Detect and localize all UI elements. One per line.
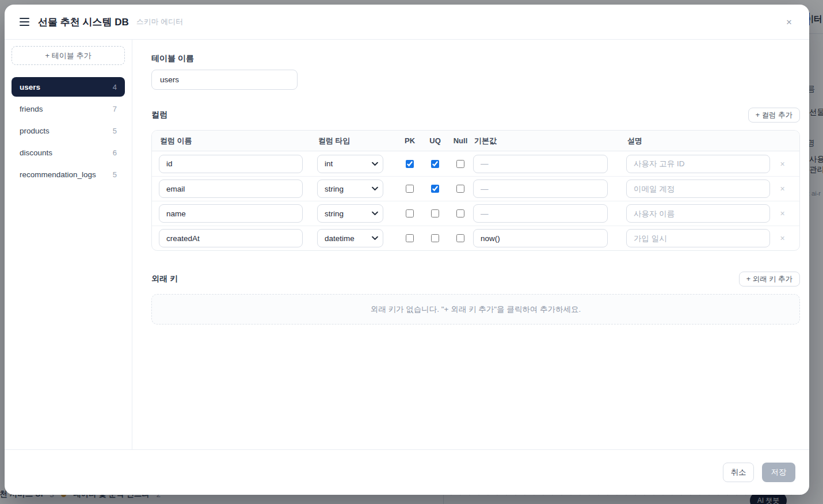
table-list: users 4 friends 7 products 5 discounts 6… xyxy=(12,77,125,184)
sidebar-table-item[interactable]: users 4 xyxy=(12,77,125,97)
remove-column-icon[interactable]: × xyxy=(780,184,784,193)
columns-section-header: 컬럼 + 컬럼 추가 xyxy=(151,108,800,123)
header-default: 기본값 xyxy=(473,136,608,146)
uq-checkbox[interactable] xyxy=(431,185,439,193)
table-column-count: 4 xyxy=(113,83,117,91)
table-sidebar: + 테이블 추가 users 4 friends 7 products 5 di… xyxy=(5,40,132,449)
column-name-input[interactable] xyxy=(159,180,303,198)
remove-column-icon[interactable]: × xyxy=(780,209,784,218)
table-name-label: 테이블 이름 xyxy=(151,54,800,64)
description-input[interactable] xyxy=(626,180,770,198)
header-column-name: 컬럼 이름 xyxy=(159,136,303,146)
uq-checkbox[interactable] xyxy=(431,209,439,217)
column-type-select[interactable]: int xyxy=(317,155,383,173)
foreign-keys-empty-state: 외래 키가 없습니다. "+ 외래 키 추가"을 클릭하여 추가하세요. xyxy=(151,294,800,324)
column-type-select-wrap: datetime xyxy=(317,229,383,247)
column-row: string × xyxy=(152,201,799,226)
foreign-keys-section: 외래 키 + 외래 키 추가 외래 키가 없습니다. "+ 외래 키 추가"을 … xyxy=(151,272,800,324)
default-value-input[interactable] xyxy=(473,229,608,247)
columns-table-header: 컬럼 이름 컬럼 타입 PK UQ Null 기본값 설명 xyxy=(152,131,799,151)
sidebar-table-item[interactable]: friends 7 xyxy=(12,99,125,119)
pk-checkbox[interactable] xyxy=(406,234,414,242)
editor-content: 테이블 이름 컬럼 + 컬럼 추가 컬럼 이름 컬럼 타입 PK UQ Null… xyxy=(132,40,809,449)
table-name: discounts xyxy=(20,148,52,157)
modal-title: 선물 추천 시스템 DB xyxy=(38,16,129,29)
column-name-input[interactable] xyxy=(159,229,303,247)
header-uq: UQ xyxy=(422,136,448,145)
save-button[interactable]: 저장 xyxy=(762,463,795,482)
default-value-input[interactable] xyxy=(473,155,608,173)
table-column-count: 5 xyxy=(113,170,117,179)
default-value-input[interactable] xyxy=(473,180,608,198)
foreign-keys-heading: 외래 키 xyxy=(151,274,178,284)
table-name: recommendation_logs xyxy=(20,170,96,179)
add-column-button[interactable]: + 컬럼 추가 xyxy=(748,108,800,123)
uq-checkbox[interactable] xyxy=(431,234,439,242)
foreign-keys-header: 외래 키 + 외래 키 추가 xyxy=(151,272,800,287)
null-checkbox[interactable] xyxy=(456,209,464,217)
cancel-button[interactable]: 취소 xyxy=(723,463,754,482)
default-value-input[interactable] xyxy=(473,204,608,223)
null-checkbox[interactable] xyxy=(456,160,464,168)
header-null: Null xyxy=(448,136,473,145)
header-description: 설명 xyxy=(626,136,770,146)
description-input[interactable] xyxy=(626,204,770,223)
table-name: users xyxy=(20,83,40,91)
columns-table: 컬럼 이름 컬럼 타입 PK UQ Null 기본값 설명 int xyxy=(151,130,800,251)
sidebar-table-item[interactable]: products 5 xyxy=(12,121,125,140)
sidebar-table-item[interactable]: discounts 6 xyxy=(12,143,125,162)
table-column-count: 5 xyxy=(113,127,117,135)
uq-checkbox[interactable] xyxy=(431,160,439,168)
pk-checkbox[interactable] xyxy=(406,185,414,193)
pk-checkbox[interactable] xyxy=(406,209,414,217)
column-name-input[interactable] xyxy=(159,204,303,223)
columns-rows: int × string × string xyxy=(152,151,799,250)
columns-heading: 컬럼 xyxy=(151,110,167,120)
table-column-count: 7 xyxy=(113,105,117,113)
remove-column-icon[interactable]: × xyxy=(780,234,784,243)
modal-body: + 테이블 추가 users 4 friends 7 products 5 di… xyxy=(5,40,809,449)
table-name-input[interactable] xyxy=(151,70,298,90)
column-type-select-wrap: int xyxy=(317,155,383,173)
add-table-button[interactable]: + 테이블 추가 xyxy=(12,46,125,65)
modal-header: 선물 추천 시스템 DB 스키마 에디터 × xyxy=(5,5,809,40)
column-type-select-wrap: string xyxy=(317,180,383,198)
description-input[interactable] xyxy=(626,229,770,247)
close-icon[interactable]: × xyxy=(784,15,794,29)
null-checkbox[interactable] xyxy=(456,185,464,193)
pk-checkbox[interactable] xyxy=(406,160,414,168)
column-type-select[interactable]: datetime xyxy=(317,229,383,247)
table-name: friends xyxy=(20,105,43,113)
column-name-input[interactable] xyxy=(159,155,303,173)
column-row: datetime × xyxy=(152,226,799,250)
header-pk: PK xyxy=(397,136,422,145)
modal-footer: 취소 저장 xyxy=(5,449,809,495)
column-type-select[interactable]: string xyxy=(317,180,383,198)
table-column-count: 6 xyxy=(113,148,117,157)
column-type-select[interactable]: string xyxy=(317,204,383,223)
column-type-select-wrap: string xyxy=(317,204,383,223)
null-checkbox[interactable] xyxy=(456,234,464,242)
menu-icon[interactable] xyxy=(20,18,29,26)
schema-editor-modal: 선물 추천 시스템 DB 스키마 에디터 × + 테이블 추가 users 4 … xyxy=(5,5,809,495)
header-column-type: 컬럼 타입 xyxy=(317,136,383,146)
add-foreign-key-button[interactable]: + 외래 키 추가 xyxy=(739,272,800,287)
sidebar-table-item[interactable]: recommendation_logs 5 xyxy=(12,165,125,184)
remove-column-icon[interactable]: × xyxy=(780,159,784,169)
column-row: string × xyxy=(152,176,799,201)
description-input[interactable] xyxy=(626,155,770,173)
column-row: int × xyxy=(152,151,799,176)
table-name: products xyxy=(20,127,49,135)
modal-subtitle: 스키마 에디터 xyxy=(136,17,184,27)
